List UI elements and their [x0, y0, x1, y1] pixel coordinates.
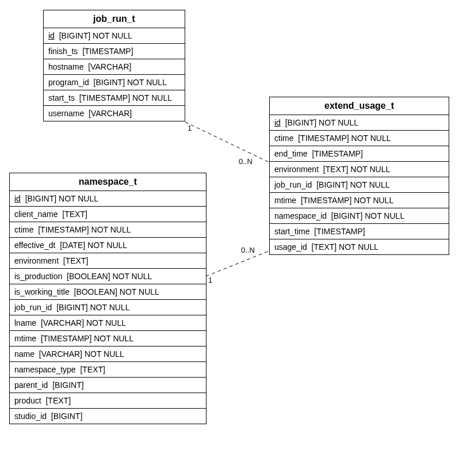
column-row: end_time [TIMESTAMP]: [270, 146, 449, 162]
column-row: job_run_id [BIGINT] NOT NULL: [10, 300, 206, 315]
column-row: namespace_id [BIGINT] NOT NULL: [270, 208, 449, 224]
entity-title: extend_usage_t: [270, 97, 449, 115]
entity-title: job_run_t: [44, 10, 185, 28]
column-row: product [TEXT]: [10, 393, 206, 409]
column-row: mtime [TIMESTAMP] NOT NULL: [10, 331, 206, 346]
svg-line-1: [206, 250, 270, 276]
column-row: namespace_type [TEXT]: [10, 362, 206, 378]
column-row: is_working_title [BOOLEAN] NOT NULL: [10, 284, 206, 300]
cardinality-label: 0..N: [241, 246, 255, 254]
entity-extend-usage-t: extend_usage_t id [BIGINT] NOT NULL ctim…: [269, 97, 449, 255]
column-row: id [BIGINT] NOT NULL: [44, 28, 185, 44]
column-row: ctime [TIMESTAMP] NOT NULL: [10, 222, 206, 238]
cardinality-label: 1: [208, 276, 212, 284]
entity-namespace-t: namespace_t id [BIGINT] NOT NULL client_…: [9, 173, 206, 424]
entity-job-run-t: job_run_t id [BIGINT] NOT NULL finish_ts…: [43, 10, 185, 121]
column-row: program_id [BIGINT] NOT NULL: [44, 75, 185, 90]
svg-line-0: [185, 122, 270, 163]
column-row: id [BIGINT] NOT NULL: [10, 191, 206, 207]
column-row: is_production [BOOLEAN] NOT NULL: [10, 269, 206, 284]
column-row: id [BIGINT] NOT NULL: [270, 115, 449, 131]
column-row: start_time [TIMESTAMP]: [270, 224, 449, 239]
column-row: start_ts [TIMESTAMP] NOT NULL: [44, 90, 185, 106]
column-row: studio_id [BIGINT]: [10, 409, 206, 424]
column-row: environment [TEXT] NOT NULL: [270, 162, 449, 177]
entity-title: namespace_t: [10, 173, 206, 191]
column-row: finish_ts [TIMESTAMP]: [44, 44, 185, 59]
column-row: mtime [TIMESTAMP] NOT NULL: [270, 193, 449, 208]
cardinality-label: 0..N: [239, 157, 253, 166]
column-row: ctime [TIMESTAMP] NOT NULL: [270, 131, 449, 146]
column-row: job_run_id [BIGINT] NOT NULL: [270, 177, 449, 193]
cardinality-label: 1: [188, 124, 192, 132]
column-row: parent_id [BIGINT]: [10, 378, 206, 393]
column-row: lname [VARCHAR] NOT NULL: [10, 315, 206, 331]
column-row: client_name [TEXT]: [10, 207, 206, 222]
column-row: username [VARCHAR]: [44, 106, 185, 121]
column-row: effective_dt [DATE] NOT NULL: [10, 238, 206, 253]
column-row: usage_id [TEXT] NOT NULL: [270, 239, 449, 254]
column-row: environment [TEXT]: [10, 253, 206, 269]
column-row: hostname [VARCHAR]: [44, 59, 185, 75]
column-row: name [VARCHAR] NOT NULL: [10, 346, 206, 362]
